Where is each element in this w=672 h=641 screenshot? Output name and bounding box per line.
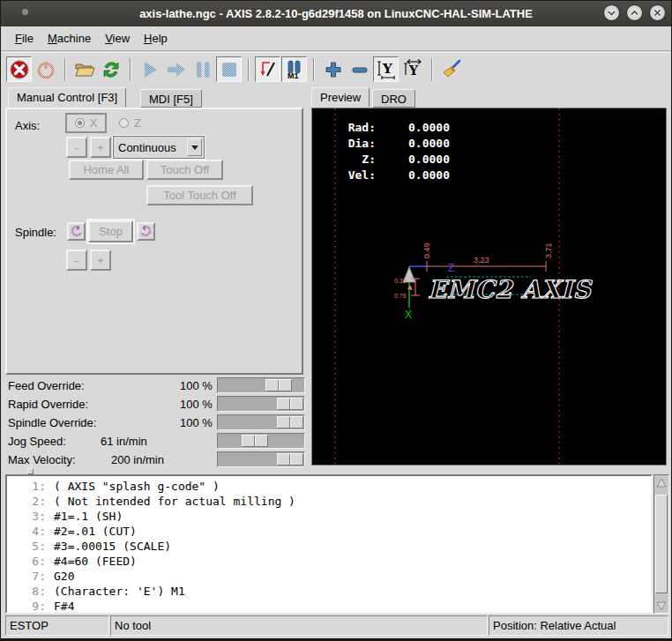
axis-x-radio[interactable]: X (65, 113, 107, 133)
spindle-stop-button[interactable]: Stop (88, 220, 133, 242)
jog-mode-select[interactable]: Continuous (113, 136, 205, 159)
slider-handle[interactable] (265, 379, 292, 391)
axis-z-radio[interactable]: Z (119, 116, 141, 130)
gcode-line[interactable]: 2:( Not intended for actual milling ) (7, 494, 651, 509)
step-button[interactable] (163, 56, 189, 82)
gcode-line[interactable]: 6:#4=60 (FEED) (7, 554, 651, 569)
tab-preview[interactable]: Preview (311, 87, 370, 108)
z-dim-end-label: 3.71 (544, 242, 553, 258)
menu-file[interactable]: File (8, 27, 41, 49)
gcode-line[interactable]: 7:G20 (7, 569, 651, 584)
statusbar: ESTOP No tool Position: Relative Actual (1, 614, 671, 638)
scroll-up-button[interactable] (655, 476, 668, 489)
stop-icon (220, 60, 239, 79)
preview-canvas[interactable]: Z 3.23 0.49 3.71 X 0.33 0.76 (311, 108, 667, 466)
menubar: File Machine View Help (1, 26, 671, 51)
close-button[interactable] (649, 4, 666, 21)
run-icon (139, 59, 161, 80)
toolbar-separator (431, 58, 433, 81)
feed-override-label: Feed Override: (8, 379, 85, 392)
zoom-out-button[interactable] (347, 56, 372, 82)
gcode-line[interactable]: 8:(Character: 'E') M1 (7, 584, 651, 599)
menu-view[interactable]: View (98, 27, 137, 49)
slider-handle[interactable] (277, 416, 303, 429)
spindle-override-row: Spindle Override: 100 % (1, 414, 305, 432)
gcode-line[interactable]: 4:#2=.01 (CUT) (7, 524, 651, 539)
gcode-listing[interactable]: 1:( AXIS "splash g-code" ) 2:( Not inten… (5, 474, 653, 614)
dro-dia-value: 0.0000 (376, 136, 450, 152)
zoom-out-icon (349, 59, 370, 80)
spindle-cw-button[interactable] (137, 222, 155, 241)
zoom-in-icon (323, 59, 344, 80)
touch-off-button[interactable]: Touch Off (146, 160, 223, 180)
scroll-down-button[interactable] (655, 599, 668, 612)
jog-minus-button[interactable]: - (66, 137, 87, 158)
optional-pause-m1-icon: M1 (284, 59, 305, 80)
view-y-flip-button[interactable]: Y (399, 56, 425, 82)
toolbar-separator (64, 58, 66, 81)
run-button[interactable] (137, 56, 162, 82)
gcode-line[interactable]: 1:( AXIS "splash g-code" ) (7, 479, 651, 494)
status-tool: No tool (110, 615, 488, 636)
jog-speed-row: Jog Speed: 61 in/min (1, 432, 305, 451)
scrollbar-thumb[interactable] (655, 495, 668, 593)
slider-handle[interactable] (242, 435, 268, 447)
gcode-line-number: 3: (7, 509, 46, 524)
y-label: Y (382, 61, 392, 77)
max-velocity-row: Max Velocity: 200 in/min (1, 451, 305, 469)
gcode-line-number: 4: (7, 524, 46, 539)
spindle-clockwise-icon (139, 225, 153, 238)
z-dim-length-label: 3.23 (474, 256, 489, 265)
spindle-counterclockwise-icon (70, 225, 83, 238)
gcode-scrollbar[interactable] (653, 474, 669, 614)
jog-mode-value: Continuous (114, 141, 187, 154)
max-velocity-slider[interactable] (217, 451, 305, 467)
menu-machine[interactable]: Machine (41, 27, 98, 49)
stop-button[interactable] (216, 56, 242, 82)
spindle-minus-button[interactable]: - (66, 250, 87, 271)
view-y-button[interactable]: Y (373, 56, 399, 82)
pane-sash-grip[interactable] (27, 468, 34, 474)
slider-handle[interactable] (277, 453, 303, 466)
tab-manual-control[interactable]: Manual Control [F3] (8, 87, 126, 108)
gcode-line-text: #1=.1 (SH) (54, 509, 123, 524)
gcode-line[interactable]: 9:F#4 (7, 599, 651, 614)
maximize-button[interactable] (626, 4, 643, 21)
spindle-plus-button[interactable]: + (90, 250, 111, 271)
home-all-button[interactable]: Home All (69, 160, 144, 180)
x-dim-top-label: 0.33 (394, 278, 407, 284)
jog-plus-button[interactable]: + (90, 137, 111, 158)
toggle-skip-lines-button[interactable] (255, 56, 280, 82)
open-file-button[interactable] (71, 56, 97, 82)
feed-override-value: 100 % (180, 379, 213, 392)
reload-button[interactable] (98, 56, 123, 82)
slider-handle[interactable] (277, 398, 303, 410)
pause-button[interactable] (190, 56, 215, 82)
rapid-override-slider[interactable] (217, 396, 305, 412)
feed-override-row: Feed Override: 100 % (1, 376, 305, 395)
y2-label: Y (408, 63, 419, 78)
axis-main-window: axis-lathe.ngc - AXIS 2.8.2-10-g6d29f145… (0, 0, 672, 641)
tab-dro[interactable]: DRO (372, 89, 415, 108)
spindle-override-slider[interactable] (217, 414, 305, 430)
menu-help[interactable]: Help (137, 27, 175, 49)
minimize-button[interactable] (603, 4, 620, 21)
rapid-override-value: 100 % (180, 398, 213, 411)
feed-override-slider[interactable] (217, 377, 305, 393)
gcode-line-number: 8: (7, 584, 46, 599)
gcode-line[interactable]: 3:#1=.1 (SH) (7, 509, 651, 524)
gcode-line-text: #2=.01 (CUT) (54, 524, 137, 539)
gcode-line-text: ( AXIS "splash g-code" ) (54, 479, 220, 494)
optional-pause-button[interactable]: M1 (281, 56, 307, 82)
estop-button[interactable] (6, 56, 32, 82)
titlebar[interactable]: axis-lathe.ngc - AXIS 2.8.2-10-g6d29f145… (1, 1, 671, 26)
tool-touch-off-button[interactable]: Tool Touch Off (146, 185, 253, 205)
zoom-in-button[interactable] (320, 56, 346, 82)
jog-speed-slider[interactable] (217, 433, 305, 449)
gcode-line-text: G20 (54, 569, 74, 584)
spindle-ccw-button[interactable] (67, 222, 86, 241)
gcode-line[interactable]: 5:#3=.00015 (SCALE) (7, 539, 651, 554)
tab-mdi[interactable]: MDI [F5] (140, 89, 202, 108)
clear-plot-button[interactable] (438, 56, 464, 82)
machine-power-button[interactable] (33, 56, 58, 82)
